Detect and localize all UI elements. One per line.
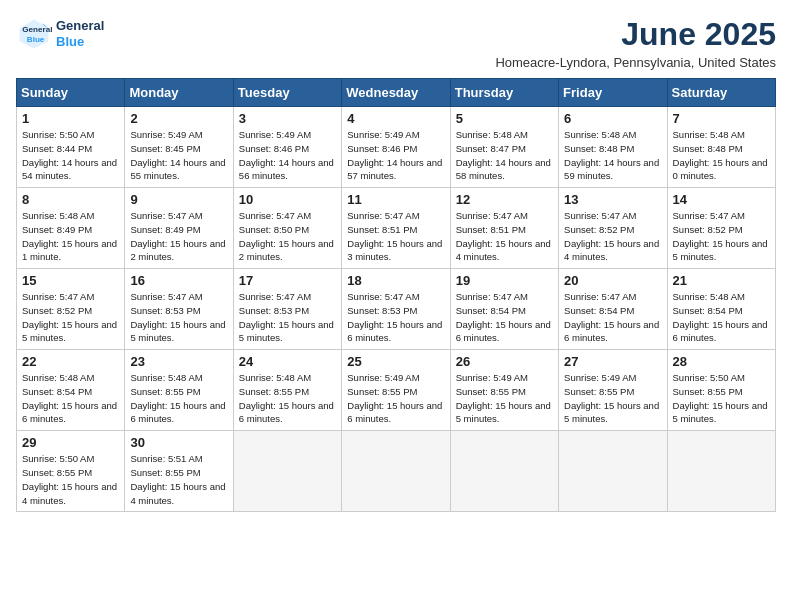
day-number: 5: [456, 111, 553, 126]
sunrise-label: Sunrise: 5:49 AM: [130, 129, 202, 140]
calendar-cell: 11 Sunrise: 5:47 AM Sunset: 8:51 PM Dayl…: [342, 188, 450, 269]
daylight-label: Daylight: 15 hours and 5 minutes.: [673, 238, 768, 263]
daylight-label: Daylight: 15 hours and 5 minutes.: [22, 319, 117, 344]
title-section: June 2025 Homeacre-Lyndora, Pennsylvania…: [495, 16, 776, 70]
daylight-label: Daylight: 15 hours and 2 minutes.: [239, 238, 334, 263]
logo-text: General Blue: [56, 18, 104, 49]
sunrise-label: Sunrise: 5:48 AM: [22, 210, 94, 221]
calendar-cell: 12 Sunrise: 5:47 AM Sunset: 8:51 PM Dayl…: [450, 188, 558, 269]
sunrise-label: Sunrise: 5:48 AM: [564, 129, 636, 140]
sunset-label: Sunset: 8:55 PM: [347, 386, 417, 397]
daylight-label: Daylight: 15 hours and 6 minutes.: [347, 400, 442, 425]
calendar-week-5: 29 Sunrise: 5:50 AM Sunset: 8:55 PM Dayl…: [17, 431, 776, 512]
sunrise-label: Sunrise: 5:49 AM: [564, 372, 636, 383]
day-info: Sunrise: 5:50 AM Sunset: 8:44 PM Dayligh…: [22, 128, 119, 183]
sunset-label: Sunset: 8:46 PM: [347, 143, 417, 154]
sunset-label: Sunset: 8:49 PM: [22, 224, 92, 235]
weekday-header-tuesday: Tuesday: [233, 79, 341, 107]
day-info: Sunrise: 5:50 AM Sunset: 8:55 PM Dayligh…: [22, 452, 119, 507]
day-number: 17: [239, 273, 336, 288]
sunrise-label: Sunrise: 5:48 AM: [239, 372, 311, 383]
weekday-header-thursday: Thursday: [450, 79, 558, 107]
sunrise-label: Sunrise: 5:47 AM: [239, 210, 311, 221]
sunset-label: Sunset: 8:50 PM: [239, 224, 309, 235]
sunset-label: Sunset: 8:55 PM: [673, 386, 743, 397]
sunset-label: Sunset: 8:47 PM: [456, 143, 526, 154]
calendar-cell: 1 Sunrise: 5:50 AM Sunset: 8:44 PM Dayli…: [17, 107, 125, 188]
sunset-label: Sunset: 8:48 PM: [564, 143, 634, 154]
day-info: Sunrise: 5:47 AM Sunset: 8:54 PM Dayligh…: [564, 290, 661, 345]
calendar-week-2: 8 Sunrise: 5:48 AM Sunset: 8:49 PM Dayli…: [17, 188, 776, 269]
day-info: Sunrise: 5:47 AM Sunset: 8:53 PM Dayligh…: [130, 290, 227, 345]
sunrise-label: Sunrise: 5:49 AM: [456, 372, 528, 383]
day-info: Sunrise: 5:47 AM Sunset: 8:52 PM Dayligh…: [22, 290, 119, 345]
calendar-cell: 25 Sunrise: 5:49 AM Sunset: 8:55 PM Dayl…: [342, 350, 450, 431]
sunset-label: Sunset: 8:51 PM: [347, 224, 417, 235]
svg-text:Blue: Blue: [27, 35, 45, 44]
day-info: Sunrise: 5:48 AM Sunset: 8:47 PM Dayligh…: [456, 128, 553, 183]
calendar-cell: 26 Sunrise: 5:49 AM Sunset: 8:55 PM Dayl…: [450, 350, 558, 431]
day-info: Sunrise: 5:48 AM Sunset: 8:55 PM Dayligh…: [130, 371, 227, 426]
calendar-cell: 8 Sunrise: 5:48 AM Sunset: 8:49 PM Dayli…: [17, 188, 125, 269]
calendar-cell: 10 Sunrise: 5:47 AM Sunset: 8:50 PM Dayl…: [233, 188, 341, 269]
day-number: 4: [347, 111, 444, 126]
day-number: 12: [456, 192, 553, 207]
sunset-label: Sunset: 8:48 PM: [673, 143, 743, 154]
sunset-label: Sunset: 8:52 PM: [22, 305, 92, 316]
day-info: Sunrise: 5:47 AM Sunset: 8:51 PM Dayligh…: [456, 209, 553, 264]
daylight-label: Daylight: 15 hours and 6 minutes.: [456, 319, 551, 344]
daylight-label: Daylight: 15 hours and 4 minutes.: [22, 481, 117, 506]
day-info: Sunrise: 5:49 AM Sunset: 8:55 PM Dayligh…: [564, 371, 661, 426]
day-number: 22: [22, 354, 119, 369]
day-number: 6: [564, 111, 661, 126]
day-number: 2: [130, 111, 227, 126]
calendar-header-row: SundayMondayTuesdayWednesdayThursdayFrid…: [17, 79, 776, 107]
sunset-label: Sunset: 8:55 PM: [564, 386, 634, 397]
calendar-cell: 9 Sunrise: 5:47 AM Sunset: 8:49 PM Dayli…: [125, 188, 233, 269]
day-number: 28: [673, 354, 770, 369]
sunrise-label: Sunrise: 5:47 AM: [347, 210, 419, 221]
month-title: June 2025: [495, 16, 776, 53]
day-info: Sunrise: 5:49 AM Sunset: 8:46 PM Dayligh…: [347, 128, 444, 183]
day-number: 1: [22, 111, 119, 126]
calendar-cell: 29 Sunrise: 5:50 AM Sunset: 8:55 PM Dayl…: [17, 431, 125, 512]
calendar-cell: 28 Sunrise: 5:50 AM Sunset: 8:55 PM Dayl…: [667, 350, 775, 431]
day-info: Sunrise: 5:47 AM Sunset: 8:50 PM Dayligh…: [239, 209, 336, 264]
sunset-label: Sunset: 8:54 PM: [22, 386, 92, 397]
day-number: 24: [239, 354, 336, 369]
day-number: 21: [673, 273, 770, 288]
calendar-cell: 15 Sunrise: 5:47 AM Sunset: 8:52 PM Dayl…: [17, 269, 125, 350]
sunset-label: Sunset: 8:51 PM: [456, 224, 526, 235]
day-number: 27: [564, 354, 661, 369]
calendar-cell: 7 Sunrise: 5:48 AM Sunset: 8:48 PM Dayli…: [667, 107, 775, 188]
day-number: 13: [564, 192, 661, 207]
sunrise-label: Sunrise: 5:47 AM: [239, 291, 311, 302]
daylight-label: Daylight: 15 hours and 3 minutes.: [347, 238, 442, 263]
day-number: 26: [456, 354, 553, 369]
sunrise-label: Sunrise: 5:47 AM: [130, 291, 202, 302]
day-info: Sunrise: 5:49 AM Sunset: 8:55 PM Dayligh…: [347, 371, 444, 426]
logo-icon: General Blue: [16, 16, 52, 52]
day-number: 19: [456, 273, 553, 288]
daylight-label: Daylight: 15 hours and 4 minutes.: [130, 481, 225, 506]
weekday-header-wednesday: Wednesday: [342, 79, 450, 107]
day-number: 15: [22, 273, 119, 288]
day-info: Sunrise: 5:48 AM Sunset: 8:48 PM Dayligh…: [564, 128, 661, 183]
day-info: Sunrise: 5:48 AM Sunset: 8:55 PM Dayligh…: [239, 371, 336, 426]
sunset-label: Sunset: 8:53 PM: [347, 305, 417, 316]
daylight-label: Daylight: 15 hours and 5 minutes.: [239, 319, 334, 344]
calendar-cell: [342, 431, 450, 512]
daylight-label: Daylight: 15 hours and 6 minutes.: [22, 400, 117, 425]
daylight-label: Daylight: 14 hours and 55 minutes.: [130, 157, 225, 182]
sunrise-label: Sunrise: 5:47 AM: [22, 291, 94, 302]
day-info: Sunrise: 5:47 AM Sunset: 8:54 PM Dayligh…: [456, 290, 553, 345]
sunrise-label: Sunrise: 5:47 AM: [456, 291, 528, 302]
daylight-label: Daylight: 14 hours and 56 minutes.: [239, 157, 334, 182]
sunrise-label: Sunrise: 5:50 AM: [673, 372, 745, 383]
sunrise-label: Sunrise: 5:49 AM: [347, 129, 419, 140]
sunrise-label: Sunrise: 5:49 AM: [347, 372, 419, 383]
calendar-cell: 4 Sunrise: 5:49 AM Sunset: 8:46 PM Dayli…: [342, 107, 450, 188]
sunset-label: Sunset: 8:55 PM: [22, 467, 92, 478]
daylight-label: Daylight: 15 hours and 6 minutes.: [347, 319, 442, 344]
calendar-cell: 14 Sunrise: 5:47 AM Sunset: 8:52 PM Dayl…: [667, 188, 775, 269]
